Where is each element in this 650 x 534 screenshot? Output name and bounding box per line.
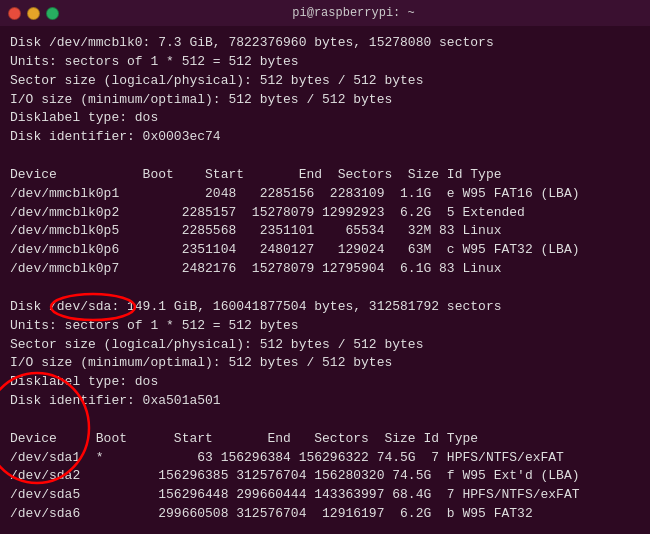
titlebar: pi@raspberrypi: ~ (0, 0, 650, 26)
terminal-content: Disk /dev/mmcblk0: 7.3 GiB, 7822376960 b… (10, 34, 640, 534)
maximize-button[interactable] (46, 7, 59, 20)
window-title: pi@raspberrypi: ~ (65, 6, 642, 20)
terminal-wrapper: Disk /dev/mmcblk0: 7.3 GiB, 7822376960 b… (0, 26, 650, 534)
terminal[interactable]: Disk /dev/mmcblk0: 7.3 GiB, 7822376960 b… (0, 26, 650, 534)
minimize-button[interactable] (27, 7, 40, 20)
close-button[interactable] (8, 7, 21, 20)
window: pi@raspberrypi: ~ Disk /dev/mmcblk0: 7.3… (0, 0, 650, 534)
